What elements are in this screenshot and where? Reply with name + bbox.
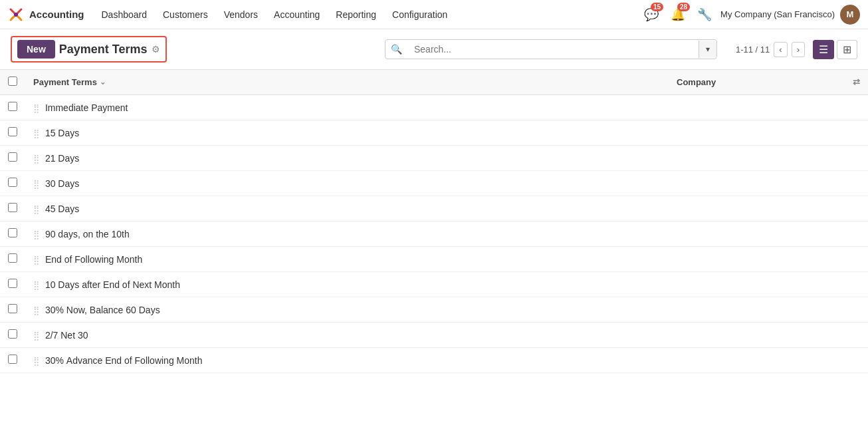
payment-term-name: 10 Days after End of Next Month	[45, 279, 180, 290]
column-adjust-icon[interactable]: ⇄	[853, 77, 860, 87]
row-checkbox-cell	[0, 196, 25, 221]
new-button[interactable]: New	[17, 40, 55, 59]
activity-icon-btn[interactable]: 🔔 28	[667, 4, 689, 25]
row-checkbox-cell	[0, 247, 25, 272]
search-bar: 🔍 ▾	[385, 39, 717, 59]
company-cell	[669, 95, 868, 120]
app-logo[interactable]	[8, 7, 24, 23]
payment-terms-column-header[interactable]: Payment Terms ⌄	[25, 70, 669, 95]
payment-term-name: 30 Days	[45, 178, 79, 189]
settings-icon-btn[interactable]: 🔧	[694, 4, 715, 25]
drag-handle-icon[interactable]: ⣿	[33, 331, 40, 341]
company-cell	[669, 247, 868, 272]
table-row: ⣿ 2/7 Net 30	[0, 323, 868, 348]
payment-term-name-cell[interactable]: ⣿ 21 Days	[25, 146, 669, 171]
company-name-label[interactable]: My Company (San Francisco)	[720, 9, 835, 19]
pagination-prev-button[interactable]: ‹	[774, 42, 787, 57]
payment-term-name-cell[interactable]: ⣿ 10 Days after End of Next Month	[25, 272, 669, 297]
table-row: ⣿ 90 days, on the 10th	[0, 221, 868, 247]
row-checkbox-cell	[0, 95, 25, 120]
table-row: ⣿ 30 Days	[0, 171, 868, 196]
payment-term-name-cell[interactable]: ⣿ Immediate Payment	[25, 95, 669, 120]
sort-icon: ⌄	[100, 78, 106, 86]
payment-term-name-cell[interactable]: ⣿ End of Following Month	[25, 247, 669, 272]
payment-term-name-cell[interactable]: ⣿ 30% Advance End of Following Month	[25, 348, 669, 373]
table-row: ⣿ 30% Advance End of Following Month	[0, 348, 868, 373]
company-cell	[669, 348, 868, 373]
drag-handle-icon[interactable]: ⣿	[33, 255, 40, 265]
drag-handle-icon[interactable]: ⣿	[33, 154, 40, 164]
nav-configuration[interactable]: Configuration	[385, 5, 454, 24]
payment-term-name: 45 Days	[45, 204, 79, 214]
row-select-checkbox[interactable]	[8, 178, 17, 187]
row-checkbox-cell	[0, 348, 25, 373]
drag-handle-icon[interactable]: ⣿	[33, 356, 40, 366]
row-select-checkbox[interactable]	[8, 355, 17, 364]
view-toggle-area: ☰ ⊞	[813, 40, 857, 59]
row-select-checkbox[interactable]	[8, 304, 17, 313]
drag-handle-icon[interactable]: ⣿	[33, 128, 40, 138]
row-checkbox-cell	[0, 146, 25, 171]
company-cell	[669, 272, 868, 297]
wrench-icon: 🔧	[697, 7, 712, 22]
row-checkbox-cell	[0, 221, 25, 247]
table-row: ⣿ 30% Now, Balance 60 Days	[0, 297, 868, 323]
nav-dashboard[interactable]: Dashboard	[95, 5, 154, 24]
chat-icon-btn[interactable]: 💬 15	[641, 4, 662, 25]
payment-term-name-cell[interactable]: ⣿ 15 Days	[25, 120, 669, 146]
list-view-button[interactable]: ☰	[813, 40, 834, 59]
company-cell	[669, 120, 868, 146]
settings-gear-icon[interactable]: ⚙	[152, 44, 160, 55]
nav-accounting[interactable]: Accounting	[267, 5, 326, 24]
payment-terms-table: Payment Terms ⌄ Company ⇄ ⣿ Immediat	[0, 70, 868, 373]
table-row: ⣿ 21 Days	[0, 146, 868, 171]
nav-right-actions: 💬 15 🔔 28 🔧 My Company (San Francisco) M	[641, 4, 860, 25]
user-avatar[interactable]: M	[840, 5, 860, 25]
nav-vendors[interactable]: Vendors	[217, 5, 265, 24]
row-select-checkbox[interactable]	[8, 253, 17, 263]
table-row: ⣿ 10 Days after End of Next Month	[0, 272, 868, 297]
row-select-checkbox[interactable]	[8, 279, 17, 288]
row-select-checkbox[interactable]	[8, 203, 17, 212]
payment-term-name: 21 Days	[45, 153, 79, 164]
page-title-area: New Payment Terms ⚙	[11, 36, 167, 63]
drag-handle-icon[interactable]: ⣿	[33, 204, 40, 214]
table-row: ⣿ 15 Days	[0, 120, 868, 146]
row-checkbox-cell	[0, 120, 25, 146]
row-select-checkbox[interactable]	[8, 127, 17, 136]
page-toolbar: New Payment Terms ⚙ 🔍 ▾ 1-11 / 11 ‹ › ☰ …	[0, 29, 868, 70]
payment-term-name-cell[interactable]: ⣿ 45 Days	[25, 196, 669, 221]
nav-customers[interactable]: Customers	[156, 5, 215, 24]
company-cell	[669, 171, 868, 196]
payment-term-name-cell[interactable]: ⣿ 2/7 Net 30	[25, 323, 669, 348]
drag-handle-icon[interactable]: ⣿	[33, 179, 40, 189]
company-cell	[669, 221, 868, 247]
row-checkbox-cell	[0, 323, 25, 348]
payment-term-name-cell[interactable]: ⣿ 30% Now, Balance 60 Days	[25, 297, 669, 323]
drag-handle-icon[interactable]: ⣿	[33, 103, 40, 113]
company-cell	[669, 196, 868, 221]
activity-badge: 28	[677, 3, 690, 11]
search-input[interactable]	[407, 40, 699, 59]
row-select-checkbox[interactable]	[8, 152, 17, 162]
drag-handle-icon[interactable]: ⣿	[33, 229, 40, 239]
pagination-next-button[interactable]: ›	[792, 42, 805, 57]
row-select-checkbox[interactable]	[8, 102, 17, 111]
table-row: ⣿ Immediate Payment	[0, 95, 868, 120]
search-dropdown-button[interactable]: ▾	[699, 41, 716, 58]
nav-reporting[interactable]: Reporting	[329, 5, 383, 24]
svg-point-0	[14, 13, 18, 17]
company-cell	[669, 146, 868, 171]
kanban-view-button[interactable]: ⊞	[837, 40, 857, 59]
select-all-checkbox[interactable]	[8, 76, 17, 86]
drag-handle-icon[interactable]: ⣿	[33, 280, 40, 290]
drag-handle-icon[interactable]: ⣿	[33, 305, 40, 315]
row-select-checkbox[interactable]	[8, 329, 17, 339]
payment-term-name-cell[interactable]: ⣿ 30 Days	[25, 171, 669, 196]
row-select-checkbox[interactable]	[8, 228, 17, 237]
payment-term-name: Immediate Payment	[45, 102, 128, 113]
top-navigation: Accounting Dashboard Customers Vendors A…	[0, 0, 868, 29]
payment-term-name: 2/7 Net 30	[45, 330, 88, 341]
payment-term-name-cell[interactable]: ⣿ 90 days, on the 10th	[25, 221, 669, 247]
payment-term-name: 15 Days	[45, 128, 79, 138]
